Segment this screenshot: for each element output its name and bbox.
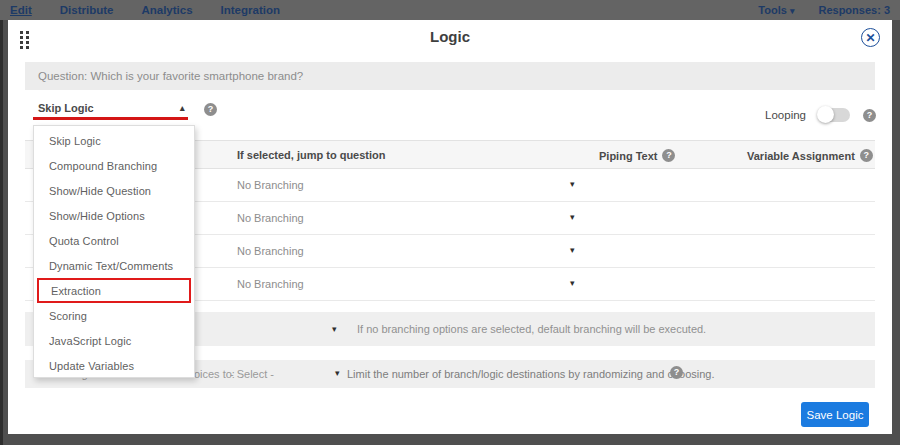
question-bar: Question: Which is your favorite smartph… xyxy=(25,62,875,90)
tools-label: Tools xyxy=(758,4,787,16)
looping-help-icon[interactable]: ? xyxy=(863,109,876,122)
top-nav-bar: Edit Distribute Analytics Integration To… xyxy=(0,0,900,20)
jump-select-value[interactable]: No Branching xyxy=(237,179,304,191)
logic-help-icon[interactable]: ? xyxy=(204,103,217,116)
header-jump-to-question: If selected, jump to question xyxy=(237,149,386,161)
top-nav-items: Edit Distribute Analytics Integration xyxy=(10,0,280,20)
logic-modal: Logic ✕ Question: Which is your favorite… xyxy=(8,20,892,434)
jump-select-value[interactable]: No Branching xyxy=(237,245,304,257)
close-icon[interactable]: ✕ xyxy=(861,28,880,47)
default-branching-note: If no branching options are selected, de… xyxy=(357,323,706,335)
modal-title: Logic xyxy=(8,28,892,45)
nav-item-distribute[interactable]: Distribute xyxy=(60,0,114,20)
chevron-up-icon: ▴ xyxy=(180,103,185,113)
menu-item-quota-control[interactable]: Quota Control xyxy=(34,228,194,253)
menu-item-scoring[interactable]: Scoring xyxy=(34,303,194,328)
question-label: Question: Which is your favorite smartph… xyxy=(38,70,303,82)
tools-menu[interactable]: Tools ▾ xyxy=(758,4,794,16)
nav-item-analytics[interactable]: Analytics xyxy=(141,0,192,20)
randomizer-help-icon[interactable]: ? xyxy=(670,366,683,379)
menu-item-skip-logic[interactable]: Skip Logic xyxy=(34,128,194,153)
nav-item-integration[interactable]: Integration xyxy=(221,0,280,20)
responses-count: Responses: 3 xyxy=(818,4,890,16)
chevron-down-icon[interactable]: ▾ xyxy=(570,212,575,222)
chevron-down-icon[interactable]: ▾ xyxy=(570,179,575,189)
chevron-down-icon: ▾ xyxy=(790,6,795,16)
logic-type-dropdown-menu: Skip Logic Compound Branching Show/Hide … xyxy=(33,125,195,378)
save-logic-button[interactable]: Save Logic xyxy=(801,402,869,427)
page-left-edge xyxy=(0,0,3,445)
menu-item-javascript-logic[interactable]: JavaScript Logic xyxy=(34,328,194,353)
toggle-knob xyxy=(817,106,834,123)
looping-label: Looping xyxy=(765,109,806,121)
header-variable-assignment: Variable Assignment ? xyxy=(747,149,873,162)
piping-text-label: Piping Text xyxy=(599,150,657,162)
variable-assignment-label: Variable Assignment xyxy=(747,150,855,162)
jump-select-value[interactable]: No Branching xyxy=(237,212,304,224)
logic-type-select[interactable]: Skip Logic ▴ xyxy=(38,102,188,114)
randomizer-note: Limit the number of branch/logic destina… xyxy=(347,368,715,380)
menu-item-show-hide-options[interactable]: Show/Hide Options xyxy=(34,203,194,228)
chevron-down-icon[interactable]: ▾ xyxy=(335,368,340,378)
menu-item-compound-branching[interactable]: Compound Branching xyxy=(34,153,194,178)
menu-item-dynamic-text-comments[interactable]: Dynamic Text/Comments xyxy=(34,253,194,278)
piping-help-icon[interactable]: ? xyxy=(662,149,675,162)
chevron-down-icon[interactable]: ▾ xyxy=(332,324,337,334)
nav-item-edit[interactable]: Edit xyxy=(10,0,32,20)
variable-help-icon[interactable]: ? xyxy=(860,149,873,162)
menu-item-extraction[interactable]: Extraction xyxy=(37,278,191,303)
chevron-down-icon[interactable]: ▾ xyxy=(570,245,575,255)
menu-item-show-hide-question[interactable]: Show/Hide Question xyxy=(34,178,194,203)
header-piping-text: Piping Text ? xyxy=(599,149,675,162)
red-underline-highlight xyxy=(33,117,188,120)
jump-select-value[interactable]: No Branching xyxy=(237,278,304,290)
looping-control: Looping ? xyxy=(765,108,876,122)
menu-item-update-variables[interactable]: Update Variables xyxy=(34,353,194,378)
logic-type-value: Skip Logic xyxy=(38,102,94,114)
looping-toggle[interactable] xyxy=(819,108,850,122)
randomizer-select[interactable]: - Select - xyxy=(230,368,274,380)
chevron-down-icon[interactable]: ▾ xyxy=(570,278,575,288)
top-nav-right: Tools ▾ Responses: 3 xyxy=(758,4,890,16)
